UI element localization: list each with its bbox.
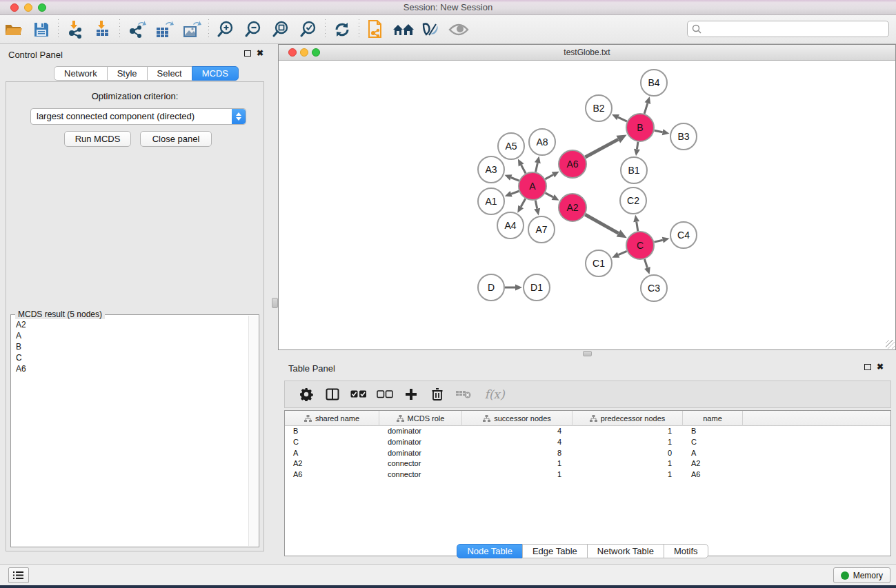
- window-resize-grip[interactable]: [886, 340, 895, 349]
- select-all-columns-button[interactable]: [346, 383, 372, 405]
- table-row[interactable]: Adominator80A: [285, 448, 890, 459]
- horizontal-splitter-grip[interactable]: [583, 351, 592, 356]
- edge-A-A2[interactable]: [546, 193, 553, 197]
- export-network-button[interactable]: [123, 17, 150, 42]
- table-row[interactable]: Bdominator41B: [285, 426, 890, 437]
- delete-column-button[interactable]: [424, 383, 450, 405]
- table-row[interactable]: A2connector11A2: [285, 458, 890, 469]
- result-item[interactable]: C: [12, 352, 248, 363]
- edge-A-A1[interactable]: [511, 191, 519, 194]
- show-graphics-details-button[interactable]: [445, 17, 472, 42]
- table-cell: C: [683, 437, 743, 448]
- delete-table-button[interactable]: [450, 383, 477, 405]
- zoom-selected-button[interactable]: [295, 17, 322, 42]
- edge-C-C3[interactable]: [644, 259, 647, 268]
- table-row[interactable]: Cdominator41C: [285, 437, 890, 448]
- network-window-titlebar[interactable]: testGlobe.txt: [279, 45, 895, 61]
- table-settings-button[interactable]: [293, 383, 319, 405]
- tab-network[interactable]: Network: [54, 66, 108, 81]
- create-column-button[interactable]: [398, 383, 424, 405]
- zoom-in-button[interactable]: [212, 17, 239, 42]
- tab-motifs[interactable]: Motifs: [664, 544, 708, 558]
- column-header-name[interactable]: name: [683, 411, 743, 426]
- tab-style[interactable]: Style: [107, 66, 148, 81]
- zoom-fit-button[interactable]: [267, 17, 295, 42]
- edge-B-B4[interactable]: [644, 103, 648, 114]
- function-builder-button[interactable]: f(x): [477, 383, 512, 405]
- save-session-button[interactable]: [28, 17, 55, 42]
- memory-button[interactable]: Memory: [833, 567, 890, 583]
- tab-edge-table[interactable]: Edge Table: [522, 544, 588, 558]
- graph-node-label: C4: [677, 230, 690, 241]
- unselect-all-columns-button[interactable]: [372, 383, 398, 405]
- table-row[interactable]: A6connector11A6: [285, 469, 890, 480]
- result-item[interactable]: B: [12, 341, 248, 352]
- optimization-criterion-dropdown[interactable]: largest connected component (directed): [30, 108, 246, 125]
- float-table-panel-icon[interactable]: [864, 364, 871, 370]
- edge-B-B1[interactable]: [637, 142, 638, 150]
- task-history-button[interactable]: [8, 567, 29, 583]
- column-header-predecessor-nodes[interactable]: predecessor nodes: [573, 411, 683, 426]
- edge-B-B3[interactable]: [655, 130, 663, 132]
- tab-select[interactable]: Select: [147, 66, 192, 81]
- tab-network-table[interactable]: Network Table: [587, 544, 664, 558]
- edge-C-C1[interactable]: [618, 251, 626, 254]
- edge-C-C4[interactable]: [654, 240, 662, 242]
- result-item[interactable]: A2: [12, 319, 248, 330]
- gear-icon: [299, 387, 313, 401]
- network-minimize-button[interactable]: [300, 48, 308, 57]
- column-header-shared-name[interactable]: shared name: [285, 411, 379, 426]
- edge-C-C2[interactable]: [637, 222, 638, 232]
- show-column-button[interactable]: [319, 383, 346, 405]
- mcds-result-list[interactable]: A2ABCA6: [12, 319, 248, 546]
- import-network-button[interactable]: [61, 17, 89, 42]
- close-panel-icon[interactable]: ✖: [257, 50, 263, 57]
- tab-mcds[interactable]: MCDS: [192, 66, 239, 81]
- export-image-button[interactable]: [178, 17, 206, 42]
- close-panel-button[interactable]: Close panel: [140, 131, 212, 147]
- zoom-out-button[interactable]: [239, 17, 267, 42]
- run-mcds-button[interactable]: Run MCDS: [64, 131, 131, 147]
- network-close-button[interactable]: [288, 48, 297, 57]
- tab-node-table[interactable]: Node Table: [457, 544, 523, 558]
- result-item[interactable]: A: [12, 330, 248, 341]
- edge-A-A5[interactable]: [521, 165, 526, 173]
- network-canvas[interactable]: B4B2BB3A8A5A6A3B1AC2A1A2A4A7C4CC1DD1C3: [279, 61, 895, 349]
- network-zoom-button[interactable]: [312, 48, 320, 57]
- edge-A-A3[interactable]: [511, 178, 519, 181]
- float-panel-icon[interactable]: [244, 50, 251, 57]
- close-table-panel-icon[interactable]: ✖: [877, 363, 884, 370]
- edge-A-A4[interactable]: [521, 199, 526, 207]
- open-file-button[interactable]: [0, 17, 28, 42]
- network-from-file-button[interactable]: [362, 17, 390, 42]
- export-table-button[interactable]: [150, 17, 178, 42]
- fx-icon: f(x): [484, 387, 504, 401]
- close-window-button[interactable]: [10, 3, 19, 12]
- table-cell: 1: [462, 469, 573, 480]
- result-item[interactable]: A6: [12, 363, 248, 374]
- edge-arrowhead: [505, 191, 512, 196]
- edge-A-A6[interactable]: [545, 174, 553, 179]
- vertical-splitter-grip[interactable]: [272, 298, 278, 308]
- column-header-MCDS-role[interactable]: MCDS role: [379, 411, 462, 426]
- column-header-successor-nodes[interactable]: successor nodes: [462, 411, 573, 426]
- edge-A2-C[interactable]: [585, 214, 618, 233]
- shared-column-icon: [590, 415, 597, 423]
- node-table[interactable]: shared nameMCDS rolesuccessor nodesprede…: [284, 410, 891, 556]
- home-button[interactable]: [390, 17, 417, 42]
- zoom-window-button[interactable]: [38, 3, 46, 12]
- import-table-button[interactable]: [89, 17, 117, 42]
- edge-B-B2[interactable]: [618, 117, 627, 121]
- edge-arrowhead: [634, 149, 640, 156]
- minimize-window-button[interactable]: [24, 3, 32, 12]
- vizmapper-button[interactable]: [417, 17, 445, 42]
- refresh-layout-button[interactable]: [328, 17, 356, 42]
- control-panel-title: Control Panel: [8, 50, 63, 60]
- edge-A-A7[interactable]: [535, 201, 537, 209]
- network-graph[interactable]: B4B2BB3A8A5A6A3B1AC2A1A2A4A7C4CC1DD1C3: [279, 61, 895, 349]
- search-field[interactable]: [687, 21, 889, 37]
- result-list-scrollbar[interactable]: [248, 316, 258, 546]
- search-input[interactable]: [705, 24, 884, 34]
- edge-A6-B[interactable]: [585, 139, 618, 157]
- edge-A-A8[interactable]: [535, 163, 537, 172]
